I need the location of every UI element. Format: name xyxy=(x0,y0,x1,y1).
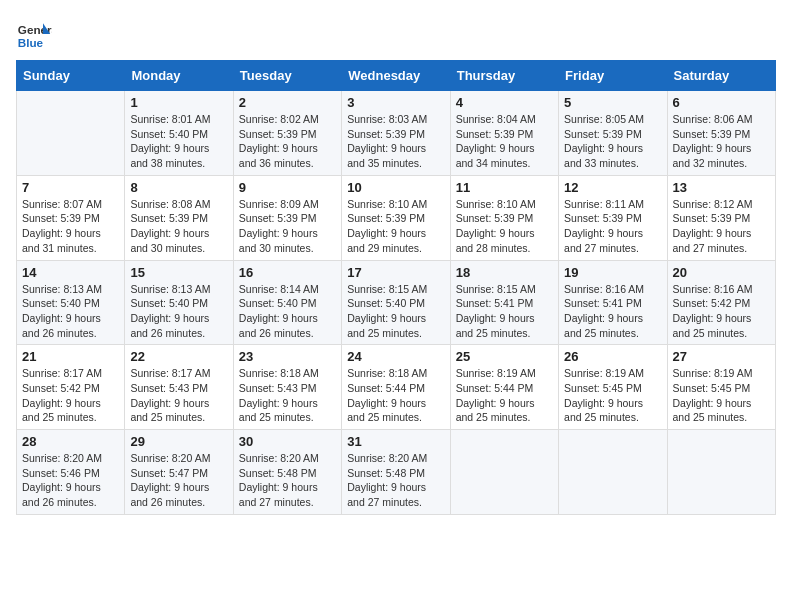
calendar-week-row: 1Sunrise: 8:01 AMSunset: 5:40 PMDaylight… xyxy=(17,91,776,176)
day-info: Sunrise: 8:17 AMSunset: 5:42 PMDaylight:… xyxy=(22,366,119,425)
day-number: 27 xyxy=(673,349,770,364)
weekday-header: Monday xyxy=(125,61,233,91)
calendar-week-row: 28Sunrise: 8:20 AMSunset: 5:46 PMDayligh… xyxy=(17,430,776,515)
day-info: Sunrise: 8:06 AMSunset: 5:39 PMDaylight:… xyxy=(673,112,770,171)
calendar-cell xyxy=(559,430,667,515)
day-info: Sunrise: 8:20 AMSunset: 5:48 PMDaylight:… xyxy=(347,451,444,510)
day-info: Sunrise: 8:11 AMSunset: 5:39 PMDaylight:… xyxy=(564,197,661,256)
day-number: 21 xyxy=(22,349,119,364)
day-number: 24 xyxy=(347,349,444,364)
day-info: Sunrise: 8:19 AMSunset: 5:45 PMDaylight:… xyxy=(564,366,661,425)
calendar-week-row: 14Sunrise: 8:13 AMSunset: 5:40 PMDayligh… xyxy=(17,260,776,345)
calendar-cell: 29Sunrise: 8:20 AMSunset: 5:47 PMDayligh… xyxy=(125,430,233,515)
day-info: Sunrise: 8:16 AMSunset: 5:41 PMDaylight:… xyxy=(564,282,661,341)
weekday-header: Friday xyxy=(559,61,667,91)
calendar-cell: 24Sunrise: 8:18 AMSunset: 5:44 PMDayligh… xyxy=(342,345,450,430)
day-info: Sunrise: 8:12 AMSunset: 5:39 PMDaylight:… xyxy=(673,197,770,256)
day-info: Sunrise: 8:16 AMSunset: 5:42 PMDaylight:… xyxy=(673,282,770,341)
day-number: 13 xyxy=(673,180,770,195)
calendar-cell: 2Sunrise: 8:02 AMSunset: 5:39 PMDaylight… xyxy=(233,91,341,176)
calendar-cell: 14Sunrise: 8:13 AMSunset: 5:40 PMDayligh… xyxy=(17,260,125,345)
logo: General Blue xyxy=(16,16,52,52)
calendar-cell xyxy=(450,430,558,515)
calendar-week-row: 21Sunrise: 8:17 AMSunset: 5:42 PMDayligh… xyxy=(17,345,776,430)
calendar-cell: 30Sunrise: 8:20 AMSunset: 5:48 PMDayligh… xyxy=(233,430,341,515)
calendar-cell: 19Sunrise: 8:16 AMSunset: 5:41 PMDayligh… xyxy=(559,260,667,345)
day-info: Sunrise: 8:20 AMSunset: 5:47 PMDaylight:… xyxy=(130,451,227,510)
calendar-cell xyxy=(17,91,125,176)
day-number: 15 xyxy=(130,265,227,280)
day-info: Sunrise: 8:04 AMSunset: 5:39 PMDaylight:… xyxy=(456,112,553,171)
day-number: 30 xyxy=(239,434,336,449)
day-info: Sunrise: 8:02 AMSunset: 5:39 PMDaylight:… xyxy=(239,112,336,171)
day-info: Sunrise: 8:03 AMSunset: 5:39 PMDaylight:… xyxy=(347,112,444,171)
day-info: Sunrise: 8:05 AMSunset: 5:39 PMDaylight:… xyxy=(564,112,661,171)
calendar-cell: 9Sunrise: 8:09 AMSunset: 5:39 PMDaylight… xyxy=(233,175,341,260)
day-number: 17 xyxy=(347,265,444,280)
day-number: 5 xyxy=(564,95,661,110)
day-number: 1 xyxy=(130,95,227,110)
calendar-cell: 11Sunrise: 8:10 AMSunset: 5:39 PMDayligh… xyxy=(450,175,558,260)
calendar-cell: 26Sunrise: 8:19 AMSunset: 5:45 PMDayligh… xyxy=(559,345,667,430)
calendar-cell: 8Sunrise: 8:08 AMSunset: 5:39 PMDaylight… xyxy=(125,175,233,260)
day-info: Sunrise: 8:20 AMSunset: 5:46 PMDaylight:… xyxy=(22,451,119,510)
day-number: 26 xyxy=(564,349,661,364)
calendar-cell: 27Sunrise: 8:19 AMSunset: 5:45 PMDayligh… xyxy=(667,345,775,430)
calendar-cell: 1Sunrise: 8:01 AMSunset: 5:40 PMDaylight… xyxy=(125,91,233,176)
calendar-cell: 12Sunrise: 8:11 AMSunset: 5:39 PMDayligh… xyxy=(559,175,667,260)
calendar-cell: 4Sunrise: 8:04 AMSunset: 5:39 PMDaylight… xyxy=(450,91,558,176)
day-number: 6 xyxy=(673,95,770,110)
calendar-cell: 20Sunrise: 8:16 AMSunset: 5:42 PMDayligh… xyxy=(667,260,775,345)
day-info: Sunrise: 8:08 AMSunset: 5:39 PMDaylight:… xyxy=(130,197,227,256)
day-number: 2 xyxy=(239,95,336,110)
calendar-cell: 18Sunrise: 8:15 AMSunset: 5:41 PMDayligh… xyxy=(450,260,558,345)
day-info: Sunrise: 8:13 AMSunset: 5:40 PMDaylight:… xyxy=(130,282,227,341)
logo-icon: General Blue xyxy=(16,16,52,52)
day-info: Sunrise: 8:13 AMSunset: 5:40 PMDaylight:… xyxy=(22,282,119,341)
calendar-cell: 7Sunrise: 8:07 AMSunset: 5:39 PMDaylight… xyxy=(17,175,125,260)
day-number: 16 xyxy=(239,265,336,280)
svg-text:Blue: Blue xyxy=(18,36,44,49)
calendar-cell: 31Sunrise: 8:20 AMSunset: 5:48 PMDayligh… xyxy=(342,430,450,515)
calendar-cell: 23Sunrise: 8:18 AMSunset: 5:43 PMDayligh… xyxy=(233,345,341,430)
day-number: 8 xyxy=(130,180,227,195)
day-number: 14 xyxy=(22,265,119,280)
day-info: Sunrise: 8:09 AMSunset: 5:39 PMDaylight:… xyxy=(239,197,336,256)
calendar-cell: 21Sunrise: 8:17 AMSunset: 5:42 PMDayligh… xyxy=(17,345,125,430)
weekday-header: Wednesday xyxy=(342,61,450,91)
calendar-cell: 22Sunrise: 8:17 AMSunset: 5:43 PMDayligh… xyxy=(125,345,233,430)
calendar-cell: 10Sunrise: 8:10 AMSunset: 5:39 PMDayligh… xyxy=(342,175,450,260)
day-number: 11 xyxy=(456,180,553,195)
day-info: Sunrise: 8:20 AMSunset: 5:48 PMDaylight:… xyxy=(239,451,336,510)
day-info: Sunrise: 8:19 AMSunset: 5:45 PMDaylight:… xyxy=(673,366,770,425)
calendar-header-row: SundayMondayTuesdayWednesdayThursdayFrid… xyxy=(17,61,776,91)
calendar-cell: 5Sunrise: 8:05 AMSunset: 5:39 PMDaylight… xyxy=(559,91,667,176)
day-number: 29 xyxy=(130,434,227,449)
day-number: 20 xyxy=(673,265,770,280)
calendar-cell: 15Sunrise: 8:13 AMSunset: 5:40 PMDayligh… xyxy=(125,260,233,345)
calendar-cell: 25Sunrise: 8:19 AMSunset: 5:44 PMDayligh… xyxy=(450,345,558,430)
day-number: 7 xyxy=(22,180,119,195)
day-info: Sunrise: 8:01 AMSunset: 5:40 PMDaylight:… xyxy=(130,112,227,171)
day-number: 10 xyxy=(347,180,444,195)
calendar-cell: 17Sunrise: 8:15 AMSunset: 5:40 PMDayligh… xyxy=(342,260,450,345)
weekday-header: Thursday xyxy=(450,61,558,91)
calendar-week-row: 7Sunrise: 8:07 AMSunset: 5:39 PMDaylight… xyxy=(17,175,776,260)
calendar-body: 1Sunrise: 8:01 AMSunset: 5:40 PMDaylight… xyxy=(17,91,776,515)
calendar-table: SundayMondayTuesdayWednesdayThursdayFrid… xyxy=(16,60,776,515)
day-info: Sunrise: 8:15 AMSunset: 5:40 PMDaylight:… xyxy=(347,282,444,341)
calendar-cell: 3Sunrise: 8:03 AMSunset: 5:39 PMDaylight… xyxy=(342,91,450,176)
day-info: Sunrise: 8:14 AMSunset: 5:40 PMDaylight:… xyxy=(239,282,336,341)
day-number: 18 xyxy=(456,265,553,280)
day-number: 3 xyxy=(347,95,444,110)
day-info: Sunrise: 8:15 AMSunset: 5:41 PMDaylight:… xyxy=(456,282,553,341)
day-info: Sunrise: 8:18 AMSunset: 5:44 PMDaylight:… xyxy=(347,366,444,425)
day-number: 31 xyxy=(347,434,444,449)
calendar-cell: 28Sunrise: 8:20 AMSunset: 5:46 PMDayligh… xyxy=(17,430,125,515)
day-number: 22 xyxy=(130,349,227,364)
day-number: 25 xyxy=(456,349,553,364)
day-info: Sunrise: 8:07 AMSunset: 5:39 PMDaylight:… xyxy=(22,197,119,256)
weekday-header: Saturday xyxy=(667,61,775,91)
weekday-header: Tuesday xyxy=(233,61,341,91)
day-number: 23 xyxy=(239,349,336,364)
